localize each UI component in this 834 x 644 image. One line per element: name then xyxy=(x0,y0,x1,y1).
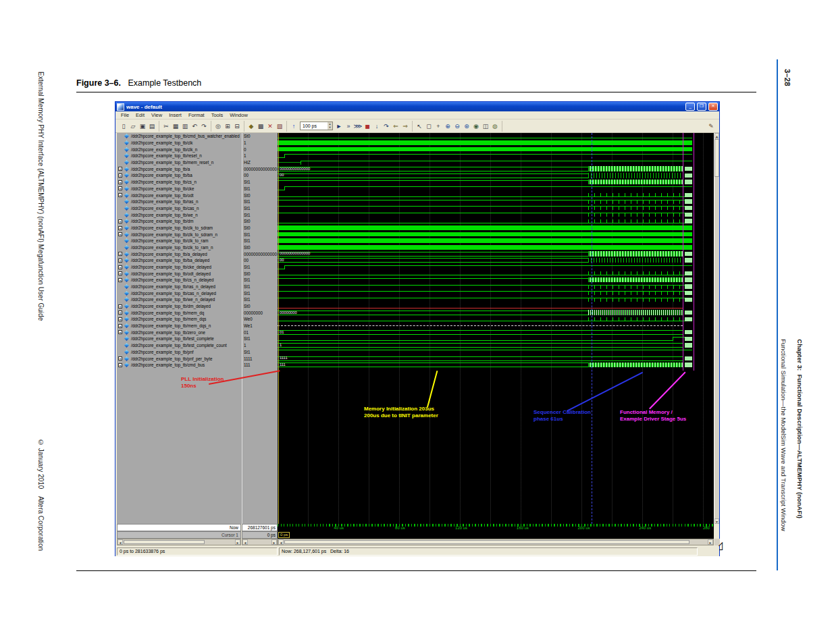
maximize-button[interactable]: ❐ xyxy=(697,103,706,111)
signal-name[interactable]: /ddr2hpcore_example_top_tb/cs_n xyxy=(131,180,197,184)
signal-row[interactable]: +/ddr2hpcore_example_top_tb/clk_to_sdram… xyxy=(117,231,241,238)
waveform-row-we_n[interactable] xyxy=(278,211,714,218)
signal-row[interactable]: /ddr2hpcore_example_top_tb/test_complete… xyxy=(117,342,241,349)
resize-grip[interactable]: ◿ xyxy=(714,539,720,545)
waveform-row-a[interactable]: 00000000000000 xyxy=(278,165,714,172)
signal-name[interactable]: /ddr2hpcore_example_top_tb/a_delayed xyxy=(131,252,207,257)
waveform-row-dm[interactable] xyxy=(278,218,714,225)
expand-icon[interactable]: + xyxy=(118,304,122,308)
names-hscroll-thumb[interactable] xyxy=(124,540,205,544)
signal-row[interactable]: +/ddr2hpcore_example_top_tb/odt xyxy=(117,192,241,198)
find-icon[interactable]: ◎ xyxy=(213,122,223,131)
menu-view[interactable]: View xyxy=(148,112,165,118)
scroll-left-arrow[interactable]: ◄ xyxy=(242,539,248,545)
waveform-row-cs_n_delayed[interactable] xyxy=(278,277,714,284)
insert-wave-icon[interactable]: ▧ xyxy=(275,122,284,131)
signal-row[interactable]: /ddr2hpcore_example_top_tb/clk xyxy=(117,140,241,146)
time-step-input[interactable]: 100 ps▲▼ xyxy=(300,122,333,130)
zoom-range-icon[interactable]: ◫ xyxy=(481,122,490,131)
expand-icon[interactable]: + xyxy=(118,193,122,197)
signal-row[interactable]: /ddr2hpcore_example_top_tb/cas_n xyxy=(117,205,241,211)
signal-row[interactable]: +/ddr2hpcore_example_top_tb/cke xyxy=(117,185,241,192)
signal-name[interactable]: /ddr2hpcore_example_top_tb/clk_to_ram xyxy=(131,238,208,243)
signal-name[interactable]: /ddr2hpcore_example_top_tb/odt xyxy=(131,193,193,198)
menu-edit[interactable]: Edit xyxy=(132,112,148,118)
signal-name[interactable]: /ddr2hpcore_example_top_tb/clk_to_sdram xyxy=(131,225,213,230)
vertical-scrollbar[interactable]: ▲ ▼ xyxy=(714,133,719,524)
signal-name[interactable]: /ddr2hpcore_example_top_tb/we_n_delayed xyxy=(131,297,215,302)
expand-icon[interactable]: + xyxy=(118,324,122,328)
edit-mode-icon[interactable]: ✎ xyxy=(706,122,716,131)
edit-wave-icon[interactable]: ▩ xyxy=(256,122,265,131)
signal-name[interactable]: /ddr2hpcore_example_top_tb/reset_n xyxy=(131,153,202,158)
waveform-row-test_complete[interactable] xyxy=(278,336,714,342)
signal-row[interactable]: +/ddr2hpcore_example_top_tb/dm_delayed xyxy=(117,303,241,310)
signal-row[interactable]: +/ddr2hpcore_example_top_tb/mem_dqs xyxy=(117,316,241,323)
signal-name[interactable]: /ddr2hpcore_example_top_tb/dm_delayed xyxy=(131,304,211,308)
signal-name[interactable]: /ddr2hpcore_example_top_tb/mem_reset_n xyxy=(131,160,213,165)
signal-name[interactable]: /ddr2hpcore_example_top_tb/cke xyxy=(131,186,194,191)
waveform-row-ba[interactable]: 00 xyxy=(278,172,714,179)
copy-icon[interactable]: ▦ xyxy=(171,122,180,131)
add-wave-icon[interactable]: ◆ xyxy=(246,122,256,131)
waveform-row-pnf[interactable] xyxy=(278,348,714,355)
expand-icon[interactable]: + xyxy=(118,173,122,178)
waveform-row-we_n_delayed[interactable] xyxy=(278,296,714,303)
break-icon[interactable]: ◼ xyxy=(363,122,372,131)
waveform-row-reset_n[interactable] xyxy=(278,153,714,159)
signal-row[interactable]: +/ddr2hpcore_example_top_tb/zero_one xyxy=(117,329,241,336)
cursor-flag[interactable]: 0 ps xyxy=(278,532,290,538)
waveform-row-test_complete_count[interactable]: 1 xyxy=(278,342,714,349)
expand-icon[interactable]: + xyxy=(118,219,122,223)
signal-name[interactable]: /ddr2hpcore_example_top_tb/pnf_per_byte xyxy=(131,356,212,361)
signal-name[interactable]: /ddr2hpcore_example_top_tb/cke_delayed xyxy=(131,265,211,269)
waveform-row-mem_dq[interactable]: 00000000 xyxy=(278,309,714,316)
signal-row[interactable]: +/ddr2hpcore_example_top_tb/clk_to_sdram xyxy=(117,225,241,232)
time-step-spinner[interactable]: ▲▼ xyxy=(328,122,332,130)
scroll-right-arrow[interactable]: ► xyxy=(271,539,277,545)
signal-row[interactable]: /ddr2hpcore_example_top_tb/cas_n_delayed xyxy=(117,290,241,296)
time-cursor-line[interactable] xyxy=(278,133,279,524)
signal-name[interactable]: /ddr2hpcore_example_top_tb/cmd_bus xyxy=(131,363,205,367)
signal-name[interactable]: /ddr2hpcore_example_top_tb/ba_delayed xyxy=(131,258,209,263)
expand-icon[interactable]: + xyxy=(118,265,122,269)
signal-row[interactable]: /ddr2hpcore_example_top_tb/ras_n xyxy=(117,198,241,205)
signal-row[interactable]: /ddr2hpcore_example_top_tb/mem_reset_n xyxy=(117,159,241,166)
signal-name[interactable]: /ddr2hpcore_example_top_tb/ras_n_delayed xyxy=(131,284,215,289)
waveform-row-odt_delayed[interactable] xyxy=(278,270,714,277)
menu-file[interactable]: File xyxy=(118,112,132,118)
waveform-row-cmd_bus_watcher_enabled[interactable] xyxy=(278,133,714,140)
signal-name[interactable]: /ddr2hpcore_example_top_tb/cs_n_delayed xyxy=(131,277,214,282)
signal-name[interactable]: /ddr2hpcore_example_top_tb/mem_dqs xyxy=(131,317,206,321)
signal-row[interactable]: +/ddr2hpcore_example_top_tb/a xyxy=(117,165,241,172)
find-active-cursor-icon[interactable]: ◍ xyxy=(490,122,500,131)
scroll-left-arrow[interactable]: ◄ xyxy=(278,539,284,545)
signal-name[interactable]: /ddr2hpcore_example_top_tb/clk_n xyxy=(131,147,197,152)
cursor-label[interactable]: Cursor 1 xyxy=(117,531,241,539)
expand-all-icon[interactable]: ⊞ xyxy=(223,122,232,131)
waveform-row-clk_n[interactable] xyxy=(278,146,714,153)
menu-insert[interactable]: Insert xyxy=(165,112,185,118)
expand-icon[interactable]: + xyxy=(118,278,122,282)
waveform-row-mem_dqs[interactable] xyxy=(278,316,714,323)
prev-transition-icon[interactable]: ⇐ xyxy=(391,122,400,131)
signal-row[interactable]: /ddr2hpcore_example_top_tb/cmd_bus_watch… xyxy=(117,133,241,140)
signal-row[interactable]: +/ddr2hpcore_example_top_tb/cmd_bus xyxy=(117,362,241,369)
signal-row[interactable]: +/ddr2hpcore_example_top_tb/cs_n_delayed xyxy=(117,277,241,284)
signal-name[interactable]: /ddr2hpcore_example_top_tb/dm xyxy=(131,219,193,223)
signal-row[interactable]: +/ddr2hpcore_example_top_tb/dm xyxy=(117,218,241,225)
signal-name[interactable]: /ddr2hpcore_example_top_tb/ba xyxy=(131,173,192,178)
signal-row[interactable]: /ddr2hpcore_example_top_tb/test_complete xyxy=(117,336,241,342)
signal-row[interactable]: +/ddr2hpcore_example_top_tb/cs_n xyxy=(117,179,241,186)
signal-name[interactable]: /ddr2hpcore_example_top_tb/ras_n xyxy=(131,199,198,204)
signal-name[interactable]: /ddr2hpcore_example_top_tb/test_complete xyxy=(131,336,214,341)
signal-name[interactable]: /ddr2hpcore_example_top_tb/cas_n_delayed xyxy=(131,291,216,296)
zoom-mode-icon[interactable]: ◻ xyxy=(424,122,434,131)
signal-row[interactable]: +/ddr2hpcore_example_top_tb/pnf_per_byte xyxy=(117,355,241,362)
waveform-row-clk[interactable] xyxy=(278,140,714,146)
waveform-row-ras_n[interactable] xyxy=(278,198,714,205)
new-file-icon[interactable]: ▯ xyxy=(119,122,128,131)
expand-icon[interactable]: + xyxy=(118,271,122,275)
signal-name[interactable]: /ddr2hpcore_example_top_tb/pnf xyxy=(131,350,193,354)
signal-row[interactable]: +/ddr2hpcore_example_top_tb/mem_dqs_n xyxy=(117,323,241,329)
